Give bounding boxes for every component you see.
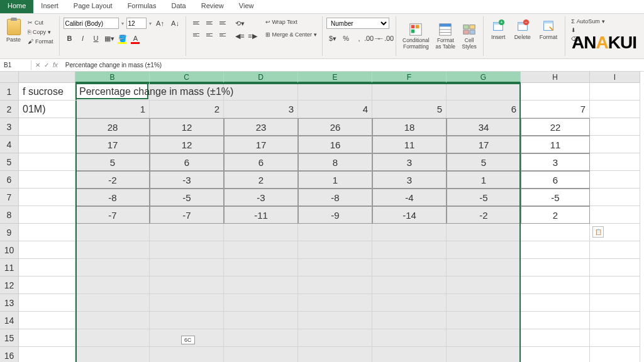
cell-b2[interactable]: 1	[75, 101, 150, 118]
cell-g10[interactable]	[447, 241, 521, 259]
cell-f15[interactable]	[372, 329, 447, 347]
cell-e13[interactable]	[298, 294, 372, 312]
col-header-i[interactable]: I	[590, 72, 640, 83]
number-format-select[interactable]: Number	[326, 18, 389, 29]
cell-e5[interactable]: 8	[298, 153, 372, 171]
worksheet[interactable]: BCDEFGHI12345678910111213141516f sucrose…	[0, 72, 644, 362]
paste-button[interactable]: Paste	[4, 18, 23, 45]
cell-a6[interactable]	[19, 171, 75, 189]
cell-a2[interactable]: 01M)	[19, 101, 75, 118]
select-all-corner[interactable]	[0, 72, 19, 83]
cell-f9[interactable]	[372, 224, 447, 241]
cell-e10[interactable]	[298, 241, 372, 259]
row-header-12[interactable]: 12	[0, 277, 19, 294]
cell-g3[interactable]: 34	[447, 118, 521, 136]
underline-button[interactable]: U	[90, 33, 103, 44]
cut-button[interactable]: ✂Cut	[26, 19, 55, 26]
cell-a13[interactable]	[19, 294, 75, 312]
cell-g14[interactable]	[447, 312, 521, 329]
row-header-4[interactable]: 4	[0, 136, 19, 153]
cell-a12[interactable]	[19, 277, 75, 294]
cell-e7[interactable]: -8	[298, 189, 372, 206]
row-header-15[interactable]: 15	[0, 329, 19, 347]
cell-c10[interactable]	[150, 241, 224, 259]
cell-d6[interactable]: 2	[224, 171, 298, 189]
cell-d3[interactable]: 23	[224, 118, 298, 136]
cell-i15[interactable]	[590, 329, 640, 347]
row-header-10[interactable]: 10	[0, 241, 19, 259]
cell-h15[interactable]	[521, 329, 590, 347]
cell-d14[interactable]	[224, 312, 298, 329]
tab-data[interactable]: Data	[164, 0, 193, 13]
cell-d16[interactable]	[224, 347, 298, 362]
row-header-16[interactable]: 16	[0, 347, 19, 362]
format-cells-button[interactable]: Format	[536, 18, 562, 55]
cell-d5[interactable]: 6	[224, 153, 298, 171]
cell-h11[interactable]	[521, 259, 590, 277]
decrease-font-button[interactable]: A↓	[169, 18, 182, 29]
cell-h10[interactable]	[521, 241, 590, 259]
merge-center-button[interactable]: ⊞Merge & Center ▾	[264, 30, 319, 39]
cell-c5[interactable]: 6	[150, 153, 224, 171]
cell-f8[interactable]: -14	[372, 206, 447, 224]
cell-styles-button[interactable]: Cell Styles	[459, 18, 479, 55]
row-header-14[interactable]: 14	[0, 312, 19, 329]
cell-f1[interactable]	[372, 83, 447, 101]
orientation-button[interactable]: ⟲▾	[234, 18, 247, 29]
col-header-e[interactable]: E	[298, 72, 372, 83]
row-header-11[interactable]: 11	[0, 259, 19, 277]
cell-f5[interactable]: 3	[372, 153, 447, 171]
cell-g16[interactable]	[447, 347, 521, 362]
increase-font-button[interactable]: A↑	[154, 18, 167, 29]
cell-c2[interactable]: 2	[150, 101, 224, 118]
align-center-button[interactable]	[203, 30, 216, 40]
cell-a1[interactable]: f sucrose	[19, 83, 75, 101]
col-header-h[interactable]: H	[521, 72, 590, 83]
decrease-indent-button[interactable]: ◀≡	[234, 30, 247, 41]
cell-i2[interactable]	[590, 101, 640, 118]
cell-a8[interactable]	[19, 206, 75, 224]
cell-h16[interactable]	[521, 347, 590, 362]
tab-home[interactable]: Home	[0, 0, 33, 13]
cell-f3[interactable]: 18	[372, 118, 447, 136]
cell-f10[interactable]	[372, 241, 447, 259]
cell-g6[interactable]: 1	[447, 171, 521, 189]
percent-button[interactable]: %	[340, 33, 352, 44]
cell-a7[interactable]	[19, 189, 75, 206]
cell-c9[interactable]	[150, 224, 224, 241]
align-middle-button[interactable]	[203, 18, 216, 28]
cell-c7[interactable]: -5	[150, 189, 224, 206]
cell-d13[interactable]	[224, 294, 298, 312]
tab-insert[interactable]: Insert	[33, 0, 66, 13]
cell-a3[interactable]	[19, 118, 75, 136]
cell-d4[interactable]: 17	[224, 136, 298, 153]
cell-g5[interactable]: 5	[447, 153, 521, 171]
cell-e2[interactable]: 4	[298, 101, 372, 118]
cell-h9[interactable]	[521, 224, 590, 241]
name-box[interactable]: B1	[0, 60, 31, 70]
cell-c14[interactable]	[150, 312, 224, 329]
cell-c13[interactable]	[150, 294, 224, 312]
fill-color-button[interactable]: 🪣	[116, 33, 129, 44]
cell-b14[interactable]	[75, 312, 150, 329]
font-name-select[interactable]	[64, 18, 119, 29]
border-button[interactable]: ▦▾	[103, 33, 116, 44]
cell-i4[interactable]	[590, 136, 640, 153]
cell-h1[interactable]	[521, 83, 590, 101]
cell-c3[interactable]: 12	[150, 118, 224, 136]
cell-b10[interactable]	[75, 241, 150, 259]
cell-g9[interactable]	[447, 224, 521, 241]
cell-d8[interactable]: -11	[224, 206, 298, 224]
cell-e6[interactable]: 1	[298, 171, 372, 189]
cell-e4[interactable]: 16	[298, 136, 372, 153]
bold-button[interactable]: B	[64, 33, 76, 44]
cell-b7[interactable]: -8	[75, 189, 150, 206]
cell-c8[interactable]: -7	[150, 206, 224, 224]
italic-button[interactable]: I	[77, 33, 89, 44]
tab-view[interactable]: View	[231, 0, 262, 13]
cell-e14[interactable]	[298, 312, 372, 329]
align-bottom-button[interactable]	[216, 18, 229, 28]
paste-options-button[interactable]: 📋	[592, 226, 604, 238]
cell-b4[interactable]: 17	[75, 136, 150, 153]
cell-f2[interactable]: 5	[372, 101, 447, 118]
